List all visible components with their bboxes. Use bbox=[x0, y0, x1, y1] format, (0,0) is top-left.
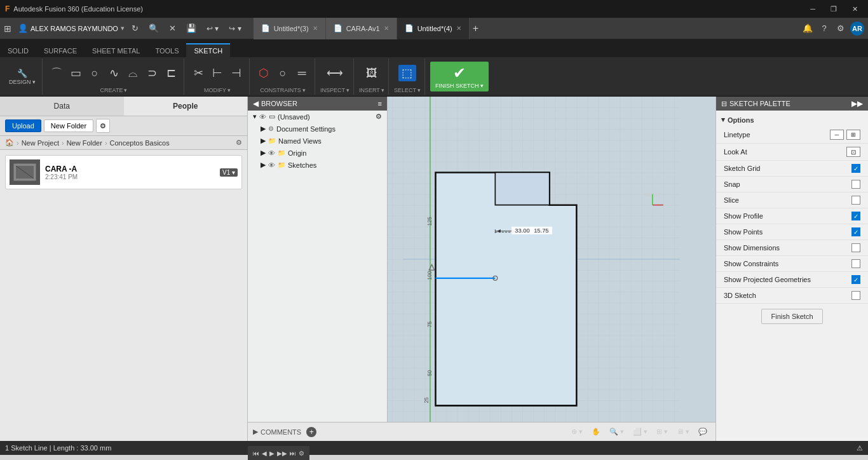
show-projected-checkbox[interactable]: ✓ bbox=[851, 275, 860, 284]
user-avatar[interactable]: AR bbox=[850, 22, 864, 36]
mirror-button[interactable]: ⊏ bbox=[162, 65, 180, 81]
linetype-dashed-button[interactable]: ⊞ bbox=[846, 130, 860, 140]
data-tab[interactable]: Data bbox=[0, 97, 124, 116]
dimension-button[interactable]: ⟷ bbox=[324, 65, 346, 81]
show-dimensions-checkbox[interactable] bbox=[851, 243, 860, 252]
visibility-icon[interactable]: 👁 bbox=[259, 113, 266, 121]
visibility-icon[interactable]: 👁 bbox=[268, 161, 275, 169]
last-frame-button[interactable]: ⏭ bbox=[290, 450, 296, 457]
trim-button[interactable]: ✂ bbox=[189, 65, 207, 81]
browser-named-views[interactable]: ▶ 📁 Named Views bbox=[248, 135, 387, 147]
tab-close-icon[interactable]: ✕ bbox=[313, 25, 318, 32]
modify-label[interactable]: MODIFY ▾ bbox=[204, 87, 231, 93]
snap-checkbox[interactable] bbox=[851, 180, 860, 189]
ribbon-tab-tools[interactable]: TOOLS bbox=[147, 44, 186, 57]
select-label[interactable]: SELECT ▾ bbox=[394, 87, 421, 93]
show-profile-checkbox[interactable]: ✓ bbox=[851, 212, 860, 220]
timeline-settings-icon[interactable]: ⚙ bbox=[299, 450, 304, 457]
fillet-button[interactable]: ⌓ bbox=[124, 65, 142, 81]
restore-button[interactable]: ❐ bbox=[825, 4, 842, 15]
select-button[interactable]: ⬚ bbox=[398, 65, 416, 81]
rectangle-button[interactable]: ▭ bbox=[67, 65, 85, 81]
refresh-button[interactable]: ↻ bbox=[128, 22, 142, 34]
browser-root-item[interactable]: ▾ 👁 ▭ (Unsaved) ⚙ bbox=[248, 111, 387, 123]
help-icon[interactable]: ? bbox=[817, 22, 831, 36]
visibility-icon[interactable]: 👁 bbox=[268, 149, 275, 157]
notifications-icon[interactable]: 🔔 bbox=[801, 22, 815, 36]
circle-button[interactable]: ○ bbox=[86, 65, 104, 81]
people-tab[interactable]: People bbox=[124, 97, 248, 116]
insert-dropdown-icon[interactable]: ▾ bbox=[381, 87, 384, 93]
extend-button[interactable]: ⊢ bbox=[208, 65, 226, 81]
browser-collapse-button[interactable]: ◀ bbox=[253, 99, 259, 108]
ribbon-tab-surface[interactable]: SURFACE bbox=[36, 44, 85, 57]
sketch-grid-checkbox[interactable]: ✓ bbox=[851, 164, 860, 173]
expand-icon[interactable]: ▾ bbox=[253, 112, 257, 121]
design-button[interactable]: 🔧 DESIGN ▾ bbox=[6, 67, 38, 86]
slice-checkbox[interactable] bbox=[851, 196, 860, 205]
browser-sketches[interactable]: ▶ 👁 📁 Sketches bbox=[248, 159, 387, 171]
expand-right-icon[interactable]: ▶ bbox=[261, 149, 266, 157]
insert-image-button[interactable]: 🖼 bbox=[363, 65, 381, 81]
expand-right-icon[interactable]: ▶ bbox=[261, 161, 266, 169]
tab-close-icon[interactable]: ✕ bbox=[456, 25, 461, 32]
linetype-solid-button[interactable]: ─ bbox=[830, 130, 844, 140]
browser-doc-settings[interactable]: ▶ ⚙ Document Settings bbox=[248, 123, 387, 135]
user-dropdown-icon[interactable]: ▾ bbox=[121, 24, 125, 32]
tab-close-icon[interactable]: ✕ bbox=[384, 25, 389, 32]
inspect-label[interactable]: INSPECT ▾ bbox=[320, 87, 349, 93]
display-button[interactable]: ⬜ ▾ bbox=[630, 426, 651, 437]
undo-button[interactable]: ↩ ▾ bbox=[203, 23, 222, 34]
view-display-button[interactable]: 🖥 ▾ bbox=[674, 426, 693, 437]
expand-right-icon[interactable]: ▶ bbox=[261, 125, 266, 133]
finish-sketch-ribbon-button[interactable]: ✔ FINISH SKETCH ▾ bbox=[430, 62, 489, 91]
first-frame-button[interactable]: ⏮ bbox=[253, 450, 259, 457]
settings-gear-icon[interactable]: ⚙ bbox=[96, 119, 110, 133]
save-button[interactable]: 💾 bbox=[183, 22, 200, 34]
inspect-dropdown-icon[interactable]: ▾ bbox=[346, 87, 349, 93]
browser-origin[interactable]: ▶ 👁 📁 Origin bbox=[248, 147, 387, 159]
browser-item-settings-icon[interactable]: ⚙ bbox=[376, 112, 382, 121]
comments-icon[interactable]: 💬 bbox=[695, 426, 710, 437]
username[interactable]: ALEX RAMOS RAYMUNDO bbox=[31, 25, 118, 32]
home-icon[interactable]: 🏠 bbox=[5, 139, 14, 147]
close-button[interactable]: ✕ bbox=[847, 4, 863, 15]
arc-button[interactable]: ⌒ bbox=[48, 64, 65, 82]
add-comment-button[interactable]: + bbox=[306, 427, 316, 437]
constrain2-button[interactable]: ○ bbox=[274, 65, 292, 81]
settings-icon[interactable]: ⚙ bbox=[834, 22, 848, 36]
select-dropdown-icon[interactable]: ▾ bbox=[417, 87, 421, 93]
look-at-button[interactable]: ⊡ bbox=[846, 147, 860, 157]
bc-conceptos[interactable]: Conceptos Basicos bbox=[110, 139, 170, 147]
close-doc-button[interactable]: ✕ bbox=[166, 22, 179, 34]
tab-untitled3[interactable]: 📄 Untitled*(3) ✕ bbox=[254, 18, 326, 39]
add-tab-button[interactable]: + bbox=[470, 18, 482, 39]
bc-new-folder[interactable]: New Folder bbox=[67, 139, 102, 147]
ribbon-tab-sketch[interactable]: SKETCH bbox=[186, 43, 230, 57]
prev-frame-button[interactable]: ◀ bbox=[262, 450, 267, 457]
bc-new-project[interactable]: New Project bbox=[22, 139, 59, 147]
constraints-dropdown-icon[interactable]: ▾ bbox=[302, 87, 306, 93]
show-points-checkbox[interactable]: ✓ bbox=[851, 227, 860, 236]
3d-sketch-checkbox[interactable] bbox=[851, 291, 860, 300]
minimize-button[interactable]: ─ bbox=[805, 4, 820, 15]
upload-button[interactable]: Upload bbox=[5, 119, 41, 132]
modify-dropdown-icon[interactable]: ▾ bbox=[227, 87, 231, 93]
break-button[interactable]: ⊣ bbox=[227, 65, 245, 81]
play-button[interactable]: ▶ bbox=[269, 450, 275, 457]
tab-untitled4[interactable]: 📄 Untitled*(4) ✕ bbox=[397, 18, 470, 39]
ribbon-tab-sheet-metal[interactable]: SHEET METAL bbox=[85, 44, 147, 57]
create-dropdown-icon[interactable]: ▾ bbox=[124, 87, 127, 93]
file-item-cara-a[interactable]: CARA -A 2:23:41 PM V1 ▾ bbox=[5, 155, 242, 189]
show-constraints-checkbox[interactable] bbox=[851, 259, 860, 268]
expand-right-icon[interactable]: ▶ bbox=[261, 137, 266, 145]
constrain1-button[interactable]: ⬡ bbox=[255, 65, 273, 81]
browser-menu-icon[interactable]: ≡ bbox=[378, 100, 382, 107]
tab-cara-av1[interactable]: 📄 CARA-Av1 ✕ bbox=[326, 18, 397, 39]
offset-button[interactable]: ⊃ bbox=[143, 65, 161, 81]
constraints-label[interactable]: CONSTRAINTS ▾ bbox=[260, 87, 306, 93]
grid-icon[interactable]: ⊞ bbox=[4, 24, 11, 34]
bc-settings-icon[interactable]: ⚙ bbox=[236, 139, 242, 147]
palette-expand-button[interactable]: ▶▶ bbox=[851, 99, 863, 108]
options-section-header[interactable]: ▾ Options bbox=[716, 113, 868, 126]
